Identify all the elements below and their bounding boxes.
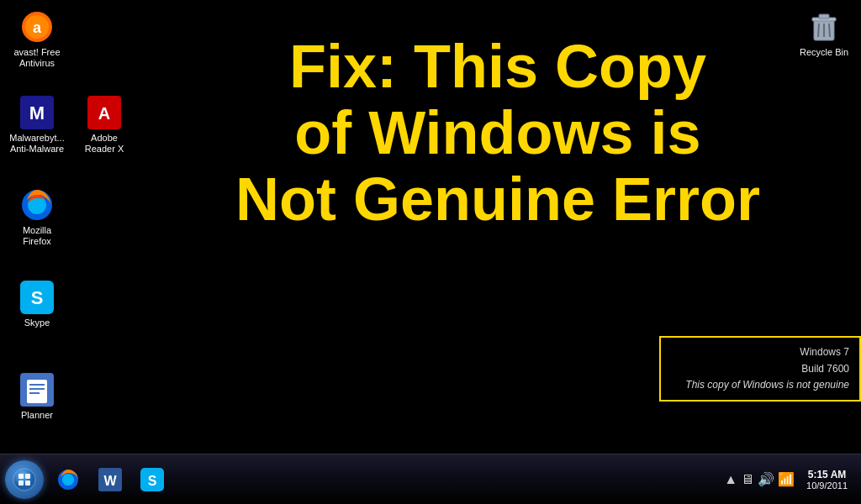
svg-text:A: A — [98, 104, 110, 123]
tray-icons: ▲ 🖥 🔊 📶 — [719, 471, 800, 487]
recycle-bin-label: Recycle Bin — [800, 47, 848, 58]
taskbar: W S ▲ 🖥 🔊 📶 5:15 AM 10/9/2011 — [0, 454, 861, 504]
svg-rect-12 — [27, 380, 47, 403]
start-button[interactable] — [2, 457, 47, 502]
skype-label: Skype — [24, 318, 50, 328]
desktop-icon-planner[interactable]: Planner — [7, 370, 67, 424]
title-line2: of Windows is — [151, 100, 844, 166]
watermark-line3: This copy of Windows is not genuine — [671, 377, 849, 393]
svg-text:a: a — [33, 19, 42, 36]
svg-text:S: S — [31, 287, 44, 308]
svg-line-21 — [829, 24, 830, 37]
clock-time: 5:15 AM — [808, 469, 847, 480]
taskbar-firefox-icon[interactable] — [49, 460, 87, 499]
svg-rect-23 — [18, 474, 24, 479]
svg-text:M: M — [29, 102, 45, 123]
genuine-watermark-box: Windows 7 Build 7600 This copy of Window… — [659, 336, 861, 402]
avast-label: avast! Free Antivirus — [10, 47, 64, 69]
svg-rect-25 — [18, 480, 24, 486]
clock-date: 10/9/2011 — [806, 480, 848, 491]
svg-rect-13 — [29, 384, 45, 386]
desktop-icon-avast[interactable]: a avast! Free Antivirus — [7, 7, 67, 72]
svg-point-22 — [13, 469, 35, 491]
clock[interactable]: 5:15 AM 10/9/2011 — [800, 454, 854, 504]
watermark-line1: Windows 7 — [671, 344, 849, 360]
watermark-line2: Build 7600 — [671, 361, 849, 377]
planner-label: Planner — [21, 410, 53, 421]
tray-network-icon[interactable]: 🖥 — [741, 472, 754, 487]
svg-rect-24 — [25, 474, 30, 479]
taskbar-word-icon[interactable]: W — [91, 460, 129, 499]
title-line3: Not Genuine Error — [151, 166, 844, 233]
desktop-icon-recycle-bin[interactable]: Recycle Bin — [794, 7, 854, 61]
svg-rect-18 — [819, 14, 829, 18]
system-tray: ▲ 🖥 🔊 📶 5:15 AM 10/9/2011 — [719, 454, 861, 504]
svg-line-19 — [818, 24, 819, 37]
desktop-icon-firefox[interactable]: Mozilla Firefox — [7, 185, 67, 250]
svg-text:S: S — [148, 474, 157, 488]
desktop: a avast! Free Antivirus M Malwarebyt... … — [0, 0, 861, 454]
svg-rect-26 — [25, 480, 30, 486]
svg-rect-15 — [29, 392, 40, 394]
tray-speaker-icon[interactable]: 🔊 — [758, 471, 774, 487]
tray-arrow-icon[interactable]: ▲ — [724, 472, 737, 487]
desktop-icon-skype[interactable]: S Skype — [7, 277, 67, 332]
desktop-icon-malwarebytes[interactable]: M Malwarebyt... Anti-Malware — [7, 92, 67, 158]
start-orb — [5, 460, 44, 499]
adobe-label: Adobe Reader X — [77, 133, 131, 155]
firefox-label: Mozilla Firefox — [10, 225, 64, 247]
title-line1: Fix: This Copy — [151, 34, 844, 100]
svg-point-28 — [62, 474, 74, 486]
taskbar-skype-icon[interactable]: S — [133, 460, 172, 499]
malwarebytes-label: Malwarebyt... Anti-Malware — [9, 133, 64, 155]
desktop-icon-adobe[interactable]: A Adobe Reader X — [74, 92, 135, 158]
main-title: Fix: This Copy of Windows is Not Genuine… — [151, 34, 844, 234]
tray-signal-icon[interactable]: 📶 — [778, 471, 795, 487]
svg-rect-14 — [29, 388, 45, 390]
svg-text:W: W — [103, 474, 117, 488]
